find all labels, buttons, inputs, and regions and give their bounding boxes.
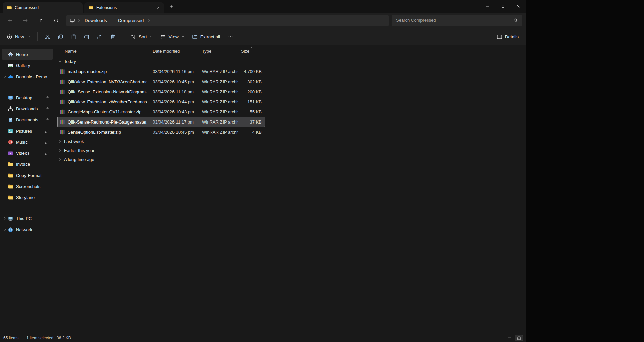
sidebar-item-home[interactable]: Home	[2, 49, 53, 60]
sidebar-item-desktop[interactable]: Desktop	[2, 92, 53, 103]
column-header-date-modified[interactable]: Date modified	[150, 45, 199, 57]
file-row-senseoptionlist-master-zip[interactable]: SenseOptionList-master.zip03/04/2026 10:…	[57, 127, 265, 137]
new-tab-button[interactable]	[167, 2, 176, 11]
file-date-cell: 03/04/2026 11:18 pm	[150, 89, 199, 94]
group-header-today[interactable]: Today	[57, 57, 265, 66]
expand-chevron-icon[interactable]	[2, 227, 8, 232]
sidebar-item-this-pc[interactable]: This PC	[2, 213, 53, 224]
folder-icon	[8, 161, 13, 167]
file-type-cell: WinRAR ZIP archive	[199, 109, 238, 114]
selection-info: 1 item selected 36.2 KB	[26, 336, 71, 340]
pin-icon	[45, 96, 49, 100]
paste-button[interactable]	[67, 31, 80, 43]
rename-icon	[84, 34, 90, 40]
column-header-size[interactable]: Size	[238, 45, 265, 57]
column-header-name[interactable]: Name	[57, 45, 150, 57]
sidebar-item-network[interactable]: Network	[2, 224, 53, 235]
details-button[interactable]: Details	[493, 31, 522, 43]
group-label: A long time ago	[64, 157, 94, 162]
toolbar-button-label: Extract all	[200, 34, 220, 39]
sidebar-item-label: Invoice	[16, 162, 52, 167]
minimize-button[interactable]	[480, 0, 495, 13]
expand-chevron-icon[interactable]	[2, 216, 8, 221]
sidebar-item-videos[interactable]: Videos	[2, 148, 53, 158]
sidebar-item-invoice[interactable]: Invoice	[2, 159, 53, 169]
expand-chevron-icon[interactable]	[2, 74, 8, 79]
new-button[interactable]: New	[3, 31, 34, 43]
zip-file-icon	[59, 99, 65, 105]
plus-icon	[169, 4, 174, 9]
pin-icon	[45, 151, 49, 155]
breadcrumb-segment-downloads[interactable]: Downloads	[83, 17, 109, 25]
file-row-qlikview-extension-nvd3areachart-mas[interactable]: QlikView_Extension_NVD3AreaChart-mas...0…	[57, 77, 265, 87]
file-name-cell: QlikView_Extension_zWeatherFeed-maste...	[57, 99, 150, 105]
view-button[interactable]: View	[157, 31, 188, 43]
sidebar-item-music[interactable]: Music	[2, 137, 53, 147]
sidebar-separator	[3, 208, 52, 208]
status-divider	[22, 336, 22, 340]
sidebar-item-label: Home	[16, 52, 52, 57]
sidebar-separator	[3, 87, 52, 87]
sort-button[interactable]: Sort	[127, 31, 156, 43]
cut-button[interactable]	[41, 31, 54, 43]
gallery-icon	[8, 63, 13, 68]
sidebar-item-copy-format[interactable]: Copy-Format	[2, 170, 53, 181]
sidebar-item-label: Storylane	[16, 195, 52, 200]
sidebar-item-label: This PC	[16, 216, 52, 221]
folder-icon	[8, 184, 13, 189]
file-name: mashups-master.zip	[68, 69, 107, 74]
nav-buttons	[3, 15, 65, 26]
file-row-googlemaps-cluster-qv11-master-zip[interactable]: GoogleMaps-Cluster-QV11-master.zip03/04/…	[57, 107, 265, 117]
toolbar-left: NewSortViewExtract all	[3, 31, 493, 43]
up-button[interactable]	[34, 15, 47, 26]
expander-spacer	[2, 128, 8, 134]
group-header-last-week[interactable]: Last week	[57, 137, 265, 146]
delete-button[interactable]	[107, 31, 119, 43]
file-row-qlik-sense-redmond-pie-gauge-master[interactable]: Qlik-Sense-Redmond-Pie-Gauge-master....0…	[57, 117, 265, 127]
tab-extensions[interactable]: Extensions	[84, 2, 164, 13]
sidebar-item-storylane[interactable]: Storylane	[2, 192, 53, 203]
share-button[interactable]	[94, 31, 106, 43]
selection-count: 1 item selected	[26, 336, 53, 340]
expander-spacer	[2, 95, 8, 100]
tab-close-button[interactable]	[73, 4, 81, 12]
search-input[interactable]	[396, 18, 513, 23]
group-header-a-long-time-ago[interactable]: A long time ago	[57, 155, 265, 164]
chevron-right-icon	[77, 19, 81, 22]
sidebar-item-downloads[interactable]: Downloads	[2, 103, 53, 114]
more-button[interactable]	[224, 31, 237, 43]
sort-indicator-icon	[250, 46, 253, 49]
group-header-earlier-this-year[interactable]: Earlier this year	[57, 146, 265, 155]
home-icon	[8, 52, 13, 57]
breadcrumb-segment-compressed[interactable]: Compressed	[116, 17, 146, 25]
sidebar-item-label: Gallery	[16, 63, 52, 68]
chevron-right-icon	[58, 149, 62, 152]
file-row-qlik-sense-extension-networkdiagram[interactable]: Qlik_Sense_Extension-NetworkDiagram-...0…	[57, 87, 265, 97]
file-type-cell: WinRAR ZIP archive	[199, 99, 238, 104]
close-button[interactable]	[511, 0, 526, 13]
details-view-button[interactable]	[505, 335, 513, 341]
column-header-type[interactable]: Type	[199, 45, 238, 57]
sidebar-item-gallery[interactable]: Gallery	[2, 60, 53, 71]
tab-compressed[interactable]: Compressed	[3, 2, 83, 13]
back-button[interactable]	[3, 15, 16, 26]
sidebar-item-dominic-personal[interactable]: Dominic - Personal	[2, 71, 53, 82]
copy-button[interactable]	[54, 31, 67, 43]
tab-close-button[interactable]	[154, 4, 162, 12]
file-row-mashups-master-zip[interactable]: mashups-master.zip03/04/2026 11:16 pmWin…	[57, 66, 265, 77]
maximize-button[interactable]	[495, 0, 511, 13]
large-icons-view-button[interactable]	[515, 335, 523, 341]
refresh-button[interactable]	[50, 15, 62, 26]
pin-icon	[45, 129, 49, 133]
close-icon	[516, 4, 521, 9]
file-list: Todaymashups-master.zip03/04/2026 11:16 …	[57, 57, 526, 334]
sort-icon	[130, 34, 136, 40]
extract-all-button[interactable]: Extract all	[189, 31, 224, 43]
sidebar-item-screenshots[interactable]: Screenshots	[2, 181, 53, 192]
sidebar-item-pictures[interactable]: Pictures	[2, 126, 53, 136]
sidebar-item-documents[interactable]: Documents	[2, 114, 53, 125]
rename-button[interactable]	[81, 31, 93, 43]
forward-button[interactable]	[19, 15, 32, 26]
file-row-qlikview-extension-zweatherfeed-maste[interactable]: QlikView_Extension_zWeatherFeed-maste...…	[57, 97, 265, 107]
file-name: QlikView_Extension_NVD3AreaChart-mas...	[68, 79, 147, 84]
